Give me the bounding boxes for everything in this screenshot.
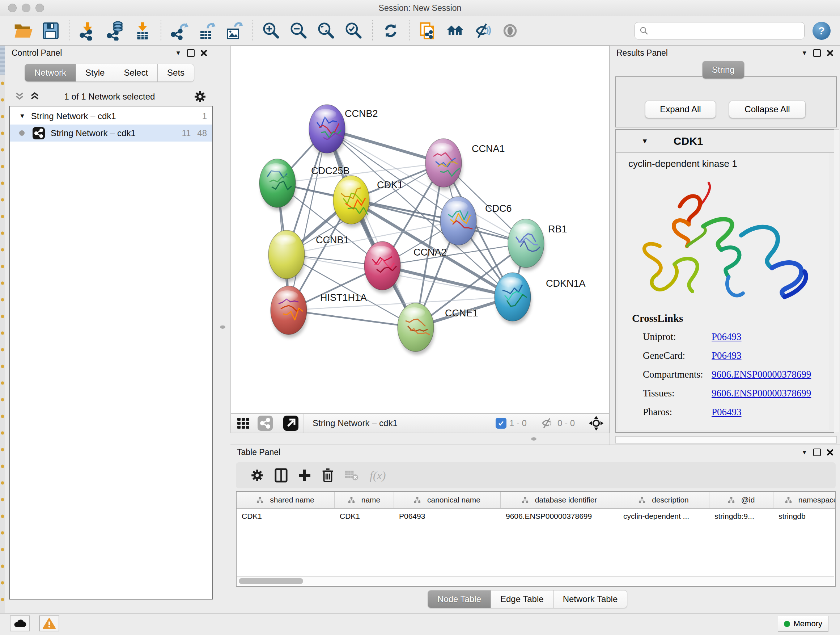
tab-node-table[interactable]: Node Table [428,590,491,608]
export-table-icon[interactable] [196,19,218,42]
panel-maximize-icon[interactable] [813,49,821,57]
import-network-database-icon[interactable] [104,19,126,42]
results-vertical-scrollbar[interactable] [834,129,839,433]
panel-close-icon[interactable] [827,449,834,456]
memory-button[interactable]: Memory [778,616,829,632]
search-input-box[interactable] [635,22,805,40]
network-node-CDK1[interactable]: CDK1 [333,176,403,227]
crosslink-link[interactable]: P06493 [712,350,742,361]
network-options-gear-icon[interactable] [194,90,207,103]
panel-float-icon[interactable]: ▼ [175,50,181,56]
crosslink-row-uniprot: Uniprot:P06493 [643,331,824,342]
network-canvas[interactable]: CCNB2CCNA1CDC25BCDK1CDC6RB1CCNB1CCNA2CDK… [231,46,609,413]
open-session-icon[interactable] [12,19,34,42]
network-node-CCNB2[interactable]: CCNB2 [309,105,378,157]
crosslink-link[interactable]: P06493 [712,331,742,342]
expand-all-button[interactable]: Expand All [645,101,716,118]
collection-expand-icon[interactable]: ▼ [19,112,25,120]
network-row-selected[interactable]: String Network – cdk1 11 48 [10,125,212,141]
help-icon[interactable]: ? [813,22,831,40]
import-network-file-icon[interactable] [77,19,98,42]
refresh-icon[interactable] [380,19,401,42]
entry-collapse-icon[interactable]: ▼ [641,137,648,145]
tab-network-table[interactable]: Network Table [554,590,628,608]
export-network-icon[interactable] [169,19,190,42]
delete-column-trash-icon[interactable] [321,468,334,483]
table-cell[interactable]: CDK1 [335,509,394,524]
selected-node-edge-counts: 1 - 0 [509,418,527,428]
network-node-CCNA2[interactable]: CCNA2 [364,241,447,293]
add-column-plus-icon[interactable] [298,468,311,483]
scrollbar-thumb[interactable] [239,578,303,584]
network-node-CDKN1A[interactable]: CDKN1A [494,272,586,325]
table-panel-title: Table Panel [237,448,280,457]
network-edge-CCNB2-HIST1H1A[interactable] [289,129,327,310]
tab-select[interactable]: Select [114,64,158,82]
tab-sets[interactable]: Sets [158,64,194,82]
crosslink-link[interactable]: P06493 [712,407,742,418]
table-horizontal-scrollbar[interactable] [237,576,834,585]
export-image-icon[interactable] [224,19,245,42]
zoom-out-icon[interactable] [288,19,309,42]
panel-close-icon[interactable] [827,50,834,57]
crosslink-link[interactable]: 9606.ENSP00000378699 [712,369,811,380]
show-hidden-eye-icon[interactable] [499,19,521,42]
warning-status-icon[interactable] [39,616,59,631]
bottom-splitter-handle[interactable] [531,437,537,440]
minimize-window-button[interactable] [22,4,30,12]
node-label-CCNA1: CCNA1 [472,143,505,154]
column-header-name[interactable]: name [335,492,394,508]
table-cell[interactable]: 9606.ENSP00000378699 [501,509,618,524]
column-header-description[interactable]: description [618,492,709,508]
table-cell[interactable]: cyclin-dependent ... [618,509,709,524]
cloud-status-icon[interactable] [10,616,30,631]
results-horizontal-scrollbar[interactable] [615,436,837,443]
detach-view-icon[interactable] [283,416,298,431]
show-columns-icon[interactable] [274,468,288,483]
grid-view-icon[interactable] [237,416,250,430]
close-window-button[interactable] [8,4,17,12]
column-header-shared-name[interactable]: shared name [237,492,335,508]
column-header-canonical-name[interactable]: canonical name [394,492,501,508]
zoom-selected-icon[interactable] [343,19,365,42]
first-neighbors-icon[interactable] [444,19,466,42]
network-edge-HIST1H1A-CCNE1[interactable] [289,310,416,327]
column-header-namespace[interactable]: namespace [774,492,836,508]
panel-float-icon[interactable]: ▼ [801,50,807,56]
crosslink-link[interactable]: 9606.ENSP00000378699 [712,388,811,399]
entry-header[interactable]: ▼ CDK1 [616,130,836,153]
tab-string[interactable]: String [702,61,745,79]
table-cell[interactable]: stringdb:9... [709,509,774,524]
hide-selected-eye-icon[interactable] [472,19,493,42]
network-node-HIST1H1A[interactable]: HIST1H1A [271,286,367,338]
import-table-file-icon[interactable] [132,19,153,42]
table-cell[interactable]: CDK1 [237,509,335,524]
network-node-CDC6[interactable]: CDC6 [440,196,512,249]
save-session-icon[interactable] [40,19,62,42]
selected-checkbox-icon[interactable] [496,418,507,429]
network-node-CCNA1[interactable]: CCNA1 [425,139,505,190]
zoom-fit-icon[interactable] [316,19,337,42]
table-row[interactable]: CDK1CDK1P064939606.ENSP00000378699cyclin… [237,509,835,524]
network-collection-row[interactable]: ▼ String Network – cdk1 1 [10,108,212,125]
panel-close-icon[interactable] [201,50,207,57]
network-node-RB1[interactable]: RB1 [508,219,567,271]
left-splitter-handle[interactable] [220,325,225,329]
table-cell[interactable]: P06493 [394,509,501,524]
column-header-at-id[interactable]: @id [709,492,774,508]
collapse-all-button[interactable]: Collapse All [729,101,806,118]
table-cell[interactable]: stringdb [774,509,836,524]
panel-float-icon[interactable]: ▼ [801,449,807,455]
tab-style[interactable]: Style [76,64,114,82]
panel-maximize-icon[interactable] [813,448,821,456]
clone-network-icon[interactable] [417,19,439,42]
tab-edge-table[interactable]: Edge Table [491,590,554,608]
column-header-database-identifier[interactable]: database identifier [501,492,618,508]
zoom-window-button[interactable] [35,4,44,12]
birds-eye-navigator-icon[interactable] [588,415,604,431]
panel-maximize-icon[interactable] [187,49,195,57]
search-input[interactable] [649,26,800,36]
tab-network[interactable]: Network [25,64,76,82]
zoom-in-icon[interactable] [261,19,282,42]
table-settings-gear-icon[interactable] [250,469,264,482]
